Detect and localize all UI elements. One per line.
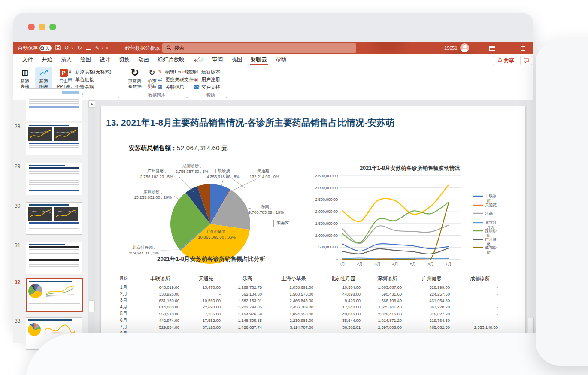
autosave-switch[interactable]: 关 [39,45,52,51]
button-新添图表[interactable]: 新添图表 [35,67,52,89]
group-expand-icon[interactable]: ⌟ [226,94,227,98]
legend-item-丰联诊所[interactable]: 丰联诊 [485,194,497,198]
slide-thumbnail-partial[interactable] [26,88,82,121]
column-header-北京牡丹园: 北京牡丹园 [319,275,367,282]
comment-bubble-icon[interactable] [520,56,532,65]
line-chart[interactable]: -500,000.001,000,000.001,500,000.002,000… [303,162,513,267]
table-row-5月[interactable]: 5月558,510.007,355.001,164,976.691,894,25… [112,311,516,317]
button-更新所有数据[interactable]: ↻更新所有数据 [126,67,143,89]
group-expand-icon[interactable]: ⌟ [118,94,119,98]
cell: - [456,311,504,316]
zoom-dot-icon[interactable] [49,24,56,30]
tab-切换[interactable]: 切换 [115,54,134,65]
tab-幻灯片放映[interactable]: 幻灯片放映 [153,54,189,65]
tab-帮助[interactable]: 帮助 [271,54,291,65]
table-row-3月[interactable]: 3月631,160.0010,560.001,382,153.012,466,8… [112,297,516,304]
cell: 1,625,611.40 [367,305,408,309]
scroll-up-icon[interactable]: ▲ [88,100,95,108]
legend-item-北京牡丹园[interactable]: 北京牡 [485,221,497,225]
pie-value-广州健馨: 2,756,102.20 , 5% [140,174,173,179]
slide-canvas[interactable]: 13. 2021年1-8月主要药品销售情况-各诊所主要药品销售占比情况-安苏萌 … [101,106,525,345]
undo-chevron-icon[interactable]: ∨ [71,46,73,50]
table-row-6月[interactable]: 6月442,974.0017,552.001,148,305.852,230,9… [112,317,516,324]
legend-item-天通苑[interactable]: 天通苑 [485,203,497,207]
present-icon[interactable] [86,45,91,51]
thumbnail-scrollbar[interactable]: ▲ [88,100,95,343]
cell: 631,160.00 [135,298,185,303]
tab-设计[interactable]: 设计 [95,54,115,65]
table-row-2月[interactable]: 2月338,926.00-662,134.801,588,573.0044,89… [112,290,516,297]
button-新添表格[interactable]: ⊞新添表格 [16,67,33,89]
tab-动画[interactable]: 动画 [134,54,153,65]
minimize-dot-icon[interactable] [39,24,45,30]
restore-button[interactable] [516,42,530,54]
y-tick-label: 2,500,000.00 [315,197,338,202]
tab-视图[interactable]: 视图 [227,54,247,65]
pie-label-丰联诊所: 丰联诊所 , [214,169,232,173]
cell: 35,644.00 [319,318,367,323]
pie-value-成都诊所: 2,755,357.30 , 5% [175,169,209,174]
pen-icon[interactable]: ✎ [95,42,99,54]
ribbon-display-icon[interactable] [485,42,500,54]
slide-area-scrollbar[interactable] [527,100,533,343]
table-row-7月[interactable]: 7月529,854.0037,120.001,428,657.743,114,7… [112,324,516,330]
ribbon-tab-bar: 文件开始插入绘图设计切换动画幻灯片放映录制审阅视图财咖云帮助 共享 [13,54,533,65]
qat-more-icon[interactable]: ∨ [106,46,109,50]
pie-value-上海小苹果: 18,865,065.00 , 36% [198,235,236,239]
slide-thumbnail-29[interactable] [26,163,82,195]
legend-item-广州健馨[interactable]: 广州健 [485,237,497,242]
thumbnail-scroll-thumb[interactable] [89,300,95,312]
undo-icon[interactable]: ↺ [64,42,69,54]
cell: 442,974.00 [135,318,185,323]
avatar[interactable] [460,43,469,52]
redo-icon[interactable]: ↻ [77,42,82,54]
pie-label-广州健馨: 广州健馨 , [147,169,166,173]
cell: 40,016.00 [319,311,367,316]
slide-thumbnail-30[interactable] [26,202,82,235]
cell: 367,220.20 [408,305,456,309]
search-placeholder: 搜索 [174,45,184,51]
save-icon[interactable] [55,45,61,51]
minimize-button[interactable]: — [501,42,516,54]
tab-开始[interactable]: 开始 [37,54,57,65]
tab-绘图[interactable]: 绘图 [76,54,95,65]
tab-录制[interactable]: 录制 [189,54,208,65]
slide-thumbnail-28[interactable] [26,123,82,155]
button-客户支持[interactable]: ☎客户支持 [193,84,246,91]
legend-item-深圳诊所[interactable]: 深圳诊 [485,229,497,233]
autosave-toggle[interactable]: 自动保存 关 [18,45,52,51]
cell: 1,894,258.00 [268,311,319,316]
line-series-乐高[interactable] [342,225,449,244]
line-series-深圳诊所[interactable] [342,202,449,243]
tab-财咖云[interactable]: 财咖云 [247,54,272,65]
pie-value-乐高: 9,706,783.09 , 19% [249,210,284,215]
document-title[interactable]: 经营数据分析.p... ▾ [125,42,166,54]
legend-item-乐高[interactable]: 乐高 [485,211,493,215]
close-dot-icon[interactable] [28,24,35,30]
line-series-上海小苹果[interactable] [342,185,449,221]
column-header-丰联诊所: 丰联诊所 [135,275,185,282]
tab-文件[interactable]: 文件 [18,54,37,65]
button-最新版本[interactable]: ☑最新版本 [193,68,246,75]
data-table: 月份丰联诊所天通苑乐高上海小苹果北京牡丹园深圳诊所广州健馨成都诊所1月646,0… [112,273,516,337]
column-header-上海小苹果: 上海小苹果 [268,275,319,282]
user-id[interactable]: 19651 [444,42,458,54]
slide-thumbnail-32[interactable] [26,278,83,312]
total-sales-line: 安苏萌总销售额：52,067,314.60 元 [129,144,228,152]
slide-thumbnail-31[interactable] [26,242,82,274]
table-row-4月[interactable]: 4月614,080.0022,693.001,202,794.052,456,7… [112,304,516,310]
pie-label-深圳诊所: 深圳诊所 , [143,189,162,194]
pie-chart[interactable]: 丰联诊所 ,4,356,918.00 , 8%天通苑 ,132,214.00 ,… [123,160,308,267]
table-row-1月[interactable]: 1月646,019.0013,470.001,289,762.752,038,6… [112,284,516,290]
tab-插入[interactable]: 插入 [57,54,76,65]
search-input[interactable]: 搜索 [162,43,356,53]
tab-审阅[interactable]: 审阅 [208,54,227,65]
chart-add-icon [35,67,52,78]
legend-item-成都诊所[interactable]: 成都诊 [485,245,497,250]
traffic-lights [28,24,56,30]
group-expand-icon[interactable]: ⌟ [186,94,188,98]
total-sales-label: 安苏萌总销售额： [129,145,177,151]
pen-chevron-icon[interactable]: ∨ [101,46,103,50]
button-用户注册[interactable]: ◉用户注册 [193,76,246,83]
share-button[interactable]: 共享 [493,56,518,65]
